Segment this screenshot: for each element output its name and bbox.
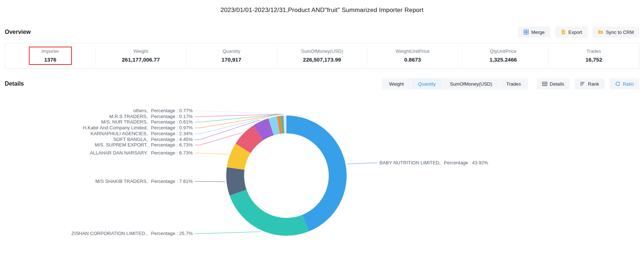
- stat-value: 261,177,006.77: [122, 56, 160, 63]
- chart-label-percentage: Percentage : 6.73%: [151, 150, 193, 156]
- report-page: 2023/01/01-2023/12/31,Product AND"fruit"…: [0, 0, 644, 270]
- pie-slice-1[interactable]: [230, 189, 309, 236]
- leader-line-0: [347, 163, 377, 164]
- overview-header: Overview Merge Export Sync to CRM: [5, 26, 639, 38]
- stat-sumofmoney: SumOfMoney(USD) 226,507,173.99: [277, 46, 367, 65]
- chart-label-name: M/S. SUPREM EXPORT,: [95, 142, 148, 148]
- stat-importer: Importer 1376: [5, 46, 95, 65]
- export-button[interactable]: Export: [555, 27, 588, 38]
- chart-label-name: M/S SHAKIB TRADERS,: [95, 179, 148, 184]
- chart-label-name: M.R.S TRADERS,: [109, 114, 148, 119]
- tab-trades[interactable]: Trades: [500, 78, 528, 90]
- stat-weightunitprice: WeightUnitPrice 0.8673: [367, 46, 458, 65]
- merge-button[interactable]: Merge: [518, 27, 550, 38]
- stat-value: 16,752: [585, 56, 602, 63]
- ratio-view-button[interactable]: Ratio: [610, 78, 639, 89]
- stat-trades: Trades 16,752: [548, 46, 639, 65]
- rank-view-label: Rank: [588, 81, 599, 87]
- details-header: Details Weight Quantity SumOfMoney(USD) …: [5, 78, 639, 90]
- chart-label-percentage: Percentage : 0.61%: [151, 119, 193, 125]
- stat-value: 1376: [35, 56, 66, 63]
- stat-label: WeightUnitPrice: [396, 48, 429, 55]
- chart-label-5: SOFT BANGLA,Percentage : 4.45%: [113, 136, 193, 143]
- chart-label-name: ZISHAN CORPORATION LIMITED.,: [72, 231, 148, 236]
- chart-label-name: others,: [133, 108, 148, 113]
- details-controls: Weight Quantity SumOfMoney(USD) Trades D…: [382, 78, 639, 90]
- metric-tabs: Weight Quantity SumOfMoney(USD) Trades: [382, 78, 528, 90]
- overview-stats-bar: Importer 1376 Weight 261,177,006.77 Quan…: [5, 43, 639, 69]
- leader-line-2: [195, 181, 225, 182]
- chart-label-9: M.R.S TRADERS,Percentage : 0.17%: [109, 113, 193, 120]
- overview-actions: Merge Export Sync to CRM: [513, 27, 639, 38]
- stat-quantity: Quantity 170,917: [186, 46, 277, 65]
- stat-label: Importer: [35, 48, 66, 55]
- stat-qtyunitprice: QtyUnitPrice 1,325.2466: [458, 46, 548, 65]
- table-icon: [542, 81, 547, 86]
- chart-label-1: ZISHAN CORPORATION LIMITED.,Percentage :…: [72, 230, 193, 237]
- merge-icon: [524, 30, 529, 35]
- chart-label-3: ALLAHAR DAN NARSARY,Percentage : 6.73%: [90, 150, 193, 156]
- chart-label-percentage: Percentage : 43.92%: [444, 160, 488, 165]
- importer-ratio-donut-chart: BABY NUTRITION LIMITED,Percentage : 43.9…: [0, 95, 644, 270]
- chart-label-percentage: Percentage : 7.61%: [151, 179, 193, 184]
- chart-label-name: SOFT BANGLA,: [113, 137, 147, 142]
- pie-slice-0[interactable]: [286, 116, 347, 231]
- tab-weight[interactable]: Weight: [382, 78, 410, 90]
- details-heading: Details: [5, 81, 24, 87]
- tab-sumofmoney[interactable]: SumOfMoney(USD): [443, 78, 499, 90]
- export-button-label: Export: [568, 30, 582, 35]
- stat-label: Trades: [585, 48, 602, 55]
- leader-line-10: [195, 111, 285, 114]
- chart-label-name: BABY NUTRITION LIMITED,: [379, 160, 440, 165]
- stat-value: 170,917: [221, 56, 241, 63]
- chart-label-percentage: Percentage : 0.77%: [151, 108, 193, 113]
- chart-label-10: others,Percentage : 0.77%: [133, 107, 193, 114]
- chart-label-percentage: Percentage : 4.45%: [151, 137, 193, 142]
- ratio-view-label: Ratio: [623, 81, 634, 87]
- overview-heading: Overview: [5, 29, 31, 35]
- stat-value: 0.8673: [396, 56, 429, 63]
- chart-label-name: KARNAPHULI AGENCIES,: [90, 131, 148, 136]
- chart-label-percentage: Percentage : 2.34%: [151, 131, 193, 136]
- chart-label-6: KARNAPHULI AGENCIES,Percentage : 2.34%: [90, 130, 193, 137]
- ratio-icon: [615, 81, 620, 86]
- chart-label-percentage: Percentage : 25.7%: [151, 231, 193, 236]
- chart-label-percentage: Percentage : 6.73%: [151, 142, 193, 148]
- sync-to-crm-button[interactable]: Sync to CRM: [593, 27, 639, 38]
- stat-label: Quantity: [221, 48, 241, 55]
- sync-to-crm-button-label: Sync to CRM: [606, 30, 634, 35]
- rank-icon: [580, 81, 585, 86]
- stat-label: SumOfMoney(USD): [301, 48, 343, 55]
- chart-label-percentage: Percentage : 0.97%: [151, 125, 193, 130]
- leader-line-3: [195, 153, 228, 154]
- chart-label-0: BABY NUTRITION LIMITED,Percentage : 43.9…: [379, 160, 488, 166]
- merge-button-label: Merge: [531, 30, 545, 35]
- page-title: 2023/01/01-2023/12/31,Product AND"fruit"…: [0, 0, 644, 15]
- chart-label-2: M/S SHAKIB TRADERS,Percentage : 7.61%: [95, 178, 193, 185]
- tab-quantity[interactable]: Quantity: [411, 78, 443, 90]
- stat-weight: Weight 261,177,006.77: [95, 46, 186, 65]
- leader-line-1: [195, 232, 261, 234]
- chart-label-percentage: Percentage : 0.17%: [151, 114, 193, 119]
- sync-icon: [598, 30, 603, 35]
- stat-value: 1,325.2466: [490, 56, 517, 63]
- details-view-button[interactable]: Details: [537, 78, 570, 89]
- importer-highlight-box: Importer 1376: [29, 47, 72, 65]
- details-view-label: Details: [550, 81, 564, 87]
- rank-view-button[interactable]: Rank: [575, 78, 604, 89]
- chart-label-name: H.Kabir And Company Limited,: [83, 125, 148, 130]
- stat-label: QtyUnitPrice: [490, 48, 517, 55]
- chart-label-7: H.Kabir And Company Limited,Percentage :…: [83, 125, 193, 131]
- stat-value: 226,507,173.99: [301, 56, 343, 63]
- export-icon: [561, 30, 566, 35]
- stat-label: Weight: [122, 48, 160, 55]
- chart-label-name: ALLAHAR DAN NARSARY,: [90, 150, 147, 156]
- chart-label-name: M/S. NUR TRADERS,: [101, 119, 148, 125]
